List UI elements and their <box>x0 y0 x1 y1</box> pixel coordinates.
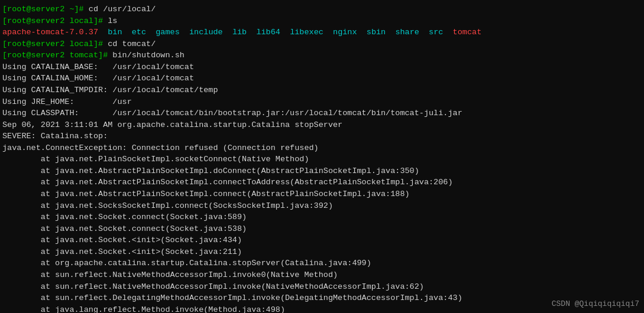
terminal-line: SEVERE: Catalina.stop: <box>2 131 642 142</box>
terminal-line: at java.lang.reflect.Method.invoke(Metho… <box>2 304 642 313</box>
terminal-line: at java.net.Socket.connect(Socket.java:5… <box>2 223 642 235</box>
terminal-line: Using CATALINA_TMPDIR: /usr/local/tomcat… <box>2 84 642 96</box>
terminal-line: at java.net.AbstractPlainSocketImpl.conn… <box>2 188 642 200</box>
terminal-line: Using CATALINA_BASE: /usr/local/tomcat <box>2 61 642 73</box>
terminal-line: [root@server2 local]# cd tomcat/ <box>2 38 642 50</box>
ls-output-line: apache-tomcat-7.0.37 bin etc games inclu… <box>2 27 642 38</box>
terminal-line: at org.apache.catalina.startup.Catalina.… <box>2 257 642 269</box>
terminal-line: Using CLASSPATH: /usr/local/tomcat/bin/b… <box>2 107 642 119</box>
terminal-line: at sun.reflect.NativeMethodAccessorImpl.… <box>2 281 642 293</box>
terminal-line: at sun.reflect.NativeMethodAccessorImpl.… <box>2 269 642 281</box>
terminal-line: Using CATALINA_HOME: /usr/local/tomcat <box>2 73 642 84</box>
terminal-line: at java.net.Socket.connect(Socket.java:5… <box>2 211 642 223</box>
terminal-line: at java.net.AbstractPlainSocketImpl.doCo… <box>2 165 642 177</box>
terminal-line: [root@server2 tomcat]# bin/shutdown.sh <box>2 50 642 61</box>
terminal-line: at java.net.SocksSocketImpl.connect(Sock… <box>2 200 642 212</box>
terminal: [root@server2 ~]# cd /usr/local/[root@se… <box>0 0 644 313</box>
terminal-line: java.net.ConnectException: Connection re… <box>2 142 642 154</box>
terminal-content: [root@server2 ~]# cd /usr/local/[root@se… <box>2 4 642 313</box>
terminal-line: at java.net.Socket.<init>(Socket.java:21… <box>2 246 642 258</box>
terminal-line: at java.net.Socket.<init>(Socket.java:43… <box>2 234 642 246</box>
watermark: CSDN @Qiqiqiqiqiqi7 <box>552 299 639 308</box>
terminal-line: Sep 06, 2021 3:11:01 AM org.apache.catal… <box>2 119 642 131</box>
terminal-line: [root@server2 ~]# cd /usr/local/ <box>2 4 642 15</box>
terminal-line: at java.net.AbstractPlainSocketImpl.conn… <box>2 177 642 188</box>
terminal-line: [root@server2 local]# ls <box>2 15 642 27</box>
terminal-line: at sun.reflect.DelegatingMethodAccessorI… <box>2 292 642 304</box>
terminal-line: Using JRE_HOME: /usr <box>2 96 642 108</box>
terminal-line: at java.net.PlainSocketImpl.socketConnec… <box>2 154 642 165</box>
